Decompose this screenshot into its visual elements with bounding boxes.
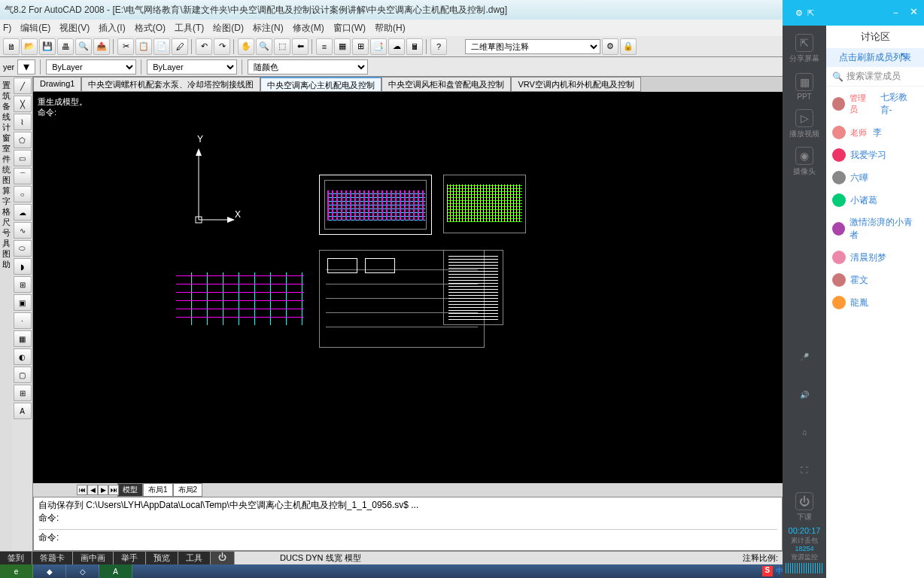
dismiss-button[interactable]: ⏻下课 bbox=[783, 488, 826, 526]
list-item[interactable]: 小诸葛 bbox=[826, 189, 924, 211]
layer-color-icon[interactable]: ▾ bbox=[17, 59, 35, 75]
menu-tools[interactable]: 工具(T) bbox=[172, 20, 207, 36]
menu-insert[interactable]: 插入(I) bbox=[96, 20, 128, 36]
file-tab-active[interactable]: 中央空调离心主机配电及控制 bbox=[260, 77, 381, 92]
line-icon[interactable]: ╱ bbox=[14, 78, 32, 94]
status-annoscale[interactable]: 注释比例: bbox=[743, 552, 783, 564]
rect-icon[interactable]: ▭ bbox=[14, 150, 32, 166]
gradient-icon[interactable]: ◐ bbox=[14, 348, 32, 365]
spline-icon[interactable]: ∿ bbox=[14, 222, 32, 239]
list-item[interactable]: 霍文 bbox=[826, 269, 924, 291]
task-app-icon[interactable]: ◆ bbox=[33, 564, 66, 578]
task-ie-icon[interactable]: e bbox=[0, 564, 33, 578]
model-canvas[interactable]: 重生成模型。 命令: Y X bbox=[33, 92, 783, 483]
ws-settings-icon[interactable]: ⚙ bbox=[602, 38, 619, 55]
circle-icon[interactable]: ○ bbox=[14, 186, 32, 202]
refresh-members-button[interactable]: 点击刷新成员列表 ↖ bbox=[826, 48, 924, 67]
menu-format[interactable]: 格式(O) bbox=[132, 20, 169, 36]
polygon-icon[interactable]: ⬠ bbox=[14, 132, 32, 148]
sb-preview[interactable]: 预览 bbox=[146, 552, 178, 564]
share-screen-button[interactable]: ⇱分享屏幕 bbox=[783, 30, 826, 68]
workspace-dropdown[interactable]: 二维草图与注释 bbox=[465, 39, 600, 54]
file-tab[interactable]: Drawing1 bbox=[33, 77, 81, 92]
ws-lock-icon[interactable]: 🔒 bbox=[620, 38, 637, 55]
menu-help[interactable]: 帮助(H) bbox=[372, 20, 409, 36]
task-app2-icon[interactable]: ◇ bbox=[66, 564, 99, 578]
file-tab[interactable]: 中央空调螺杆机配套水泵、冷却塔控制接线图 bbox=[81, 77, 260, 92]
menu-draw[interactable]: 绘图(D) bbox=[210, 20, 247, 36]
fullscreen-button[interactable]: ⛶ bbox=[783, 451, 826, 488]
mtext-icon[interactable]: A bbox=[14, 403, 32, 419]
pan-icon[interactable]: ✋ bbox=[238, 38, 254, 55]
task-acad-icon[interactable]: A bbox=[99, 564, 132, 578]
command-line[interactable]: 自动保存到 C:\Users\LYH\AppData\Local\Temp\中央… bbox=[33, 497, 783, 551]
menu-window[interactable]: 窗口(W) bbox=[330, 20, 369, 36]
gear-icon[interactable]: ⚙ bbox=[795, 8, 803, 18]
file-tab[interactable]: VRV空调内机和外机配电及控制 bbox=[511, 77, 640, 92]
sb-tools[interactable]: 工具 bbox=[178, 552, 211, 564]
insert-icon[interactable]: ⊞ bbox=[14, 276, 32, 293]
ellipsearc-icon[interactable]: ◗ bbox=[14, 258, 32, 275]
list-item[interactable]: 六曄 bbox=[826, 166, 924, 189]
menu-view[interactable]: 视图(V) bbox=[56, 20, 93, 36]
save-icon[interactable]: 💾 bbox=[39, 38, 56, 55]
layout-nav[interactable]: ⏮◀▶⏭ bbox=[77, 485, 119, 495]
zoom-win-icon[interactable]: ⬚ bbox=[274, 38, 290, 55]
list-item[interactable]: 清晨别梦 bbox=[826, 246, 924, 269]
table-icon[interactable]: ⊞ bbox=[14, 385, 32, 401]
publish-icon[interactable]: 📤 bbox=[93, 38, 110, 55]
hatch-icon[interactable]: ▦ bbox=[14, 330, 32, 347]
list-item[interactable]: 老师李 bbox=[826, 121, 924, 144]
ssm-icon[interactable]: 📑 bbox=[370, 38, 387, 55]
revcloud-icon[interactable]: ☁ bbox=[14, 204, 32, 221]
tray-sogou-icon[interactable]: S bbox=[762, 566, 773, 576]
copy-icon[interactable]: 📋 bbox=[135, 38, 152, 55]
layout-tab[interactable]: 布局1 bbox=[143, 483, 173, 497]
linetype-dropdown[interactable]: ByLayer bbox=[46, 59, 136, 75]
xline-icon[interactable]: ╳ bbox=[14, 96, 32, 112]
properties-icon[interactable]: ≡ bbox=[316, 38, 333, 55]
close-icon[interactable]: ✕ bbox=[910, 6, 918, 20]
menu-dim[interactable]: 标注(N) bbox=[250, 20, 287, 36]
match-icon[interactable]: 🖊 bbox=[172, 38, 188, 55]
play-video-button[interactable]: ▷播放视频 bbox=[783, 105, 826, 143]
list-item[interactable]: 激情澎湃的小青者 bbox=[826, 211, 924, 246]
preview-icon[interactable]: 🔍 bbox=[75, 38, 92, 55]
menu-file[interactable]: F) bbox=[0, 21, 14, 35]
sb-raise[interactable]: 举手 bbox=[114, 552, 146, 564]
status-modes[interactable]: DUCS DYN 线宽 模型 bbox=[280, 552, 361, 564]
list-item[interactable]: 我爱学习 bbox=[826, 144, 924, 166]
menu-edit[interactable]: 编辑(E) bbox=[17, 20, 53, 36]
undo-icon[interactable]: ↶ bbox=[196, 38, 212, 55]
list-item[interactable]: 管理员七彩教育- bbox=[826, 87, 924, 121]
cmd-input-line[interactable]: 命令: bbox=[38, 529, 777, 544]
mic-button[interactable]: 🎤 bbox=[783, 338, 826, 376]
camera-button[interactable]: ◉摄像头 bbox=[783, 143, 826, 181]
new-icon[interactable]: 🗎 bbox=[3, 38, 20, 55]
layout-tab[interactable]: 布局2 bbox=[173, 483, 203, 497]
zoom-rt-icon[interactable]: 🔍 bbox=[256, 38, 272, 55]
sb-power-icon[interactable]: ⏻ bbox=[211, 552, 235, 564]
music-button[interactable]: ♫ bbox=[783, 413, 826, 451]
help-icon[interactable]: ? bbox=[430, 38, 447, 55]
lineweight-dropdown[interactable]: ByLayer bbox=[147, 59, 237, 75]
calc-icon[interactable]: 🖩 bbox=[406, 38, 423, 55]
print-icon[interactable]: 🖶 bbox=[57, 38, 74, 55]
open-icon[interactable]: 📂 bbox=[21, 38, 38, 55]
cn-palette-bar[interactable]: 置筑备线计窗室件统图算 字格尺号具图助 bbox=[0, 77, 12, 551]
sb-signin[interactable]: 签到 bbox=[0, 552, 32, 564]
region-icon[interactable]: ▢ bbox=[14, 367, 32, 383]
point-icon[interactable]: · bbox=[14, 312, 32, 329]
file-tab[interactable]: 中央空调风柜和盘管配电及控制 bbox=[381, 77, 511, 92]
list-item[interactable]: 龍胤 bbox=[826, 291, 924, 314]
arc-icon[interactable]: ⌒ bbox=[14, 168, 32, 184]
markup-icon[interactable]: ☁ bbox=[388, 38, 405, 55]
sb-answer[interactable]: 答题卡 bbox=[32, 552, 73, 564]
zoom-prev-icon[interactable]: ⬅ bbox=[292, 38, 309, 55]
share-icon[interactable]: ⇱ bbox=[807, 8, 814, 18]
plotstyle-dropdown[interactable]: 随颜色 bbox=[248, 59, 368, 75]
redo-icon[interactable]: ↷ bbox=[214, 38, 230, 55]
layout-tab-model[interactable]: 模型 bbox=[117, 483, 143, 497]
cut-icon[interactable]: ✂ bbox=[117, 38, 134, 55]
dc-icon[interactable]: ▦ bbox=[334, 38, 351, 55]
